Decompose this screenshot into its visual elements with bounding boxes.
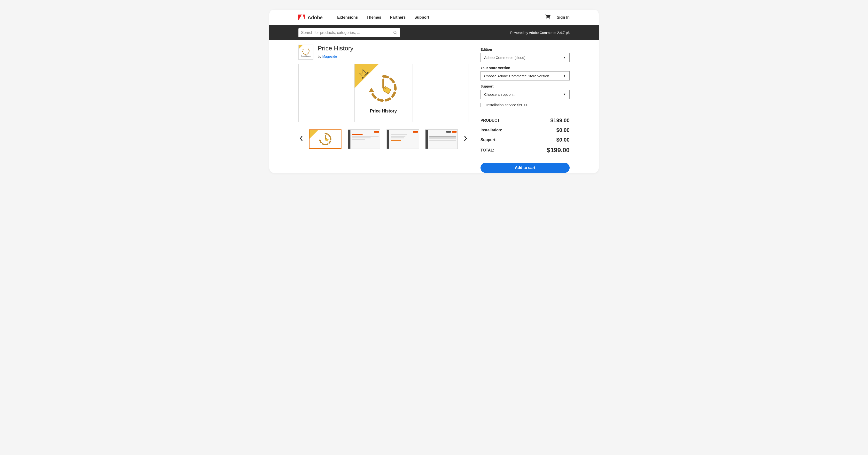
support-select[interactable]: Choose an option... ▼: [480, 90, 569, 99]
thumbnail-3[interactable]: [386, 130, 419, 149]
vendor-link[interactable]: Mageside: [322, 55, 337, 58]
product-byline: by Mageside: [318, 55, 353, 58]
nav-links: Extensions Themes Partners Support: [337, 15, 429, 20]
search-box[interactable]: [299, 28, 400, 37]
product-mini-thumb: Price History: [299, 45, 313, 60]
installation-checkbox[interactable]: [480, 103, 485, 107]
support-label: Support: [480, 84, 569, 88]
chevron-down-icon: ▼: [563, 74, 566, 78]
secondary-bar: Powered by Adobe Commerce 2.4.7-p3: [269, 25, 599, 40]
nav-support[interactable]: Support: [414, 15, 429, 20]
price-history-large-icon: [368, 73, 399, 104]
svg-point-0: [394, 31, 396, 34]
prev-thumb-button[interactable]: [299, 135, 304, 143]
top-nav: Adobe Extensions Themes Partners Support…: [269, 10, 599, 25]
price-history-thumb-icon: [318, 132, 333, 146]
svg-line-1: [396, 33, 397, 34]
price-row-installation: Installation: $0.00: [480, 127, 569, 133]
price-row-product: PRODUCT $199.00: [480, 117, 569, 124]
price-row-support: Support: $0.00: [480, 137, 569, 143]
chevron-right-icon: [464, 136, 467, 141]
search-input[interactable]: [301, 31, 393, 35]
cart-icon[interactable]: [545, 14, 551, 21]
thumbnail-row: [299, 130, 468, 151]
next-thumb-button[interactable]: [463, 135, 468, 143]
chevron-down-icon: ▼: [563, 56, 566, 59]
product-left: Price History Price History by Mageside …: [299, 45, 468, 173]
content: Price History Price History by Mageside …: [269, 40, 599, 173]
chevron-left-icon: [299, 136, 303, 141]
product-title: Price History: [318, 45, 353, 52]
brand-name: Adobe: [308, 15, 322, 20]
thumbnail-2[interactable]: [348, 130, 380, 149]
gallery-label: Price History: [370, 109, 397, 114]
product-thumb-label: Price History: [301, 55, 311, 57]
price-row-total: TOTAL: $199.00: [480, 146, 569, 154]
sign-in-link[interactable]: Sign In: [557, 15, 569, 20]
nav-right: Sign In: [545, 14, 569, 21]
page-card: Adobe Extensions Themes Partners Support…: [269, 10, 599, 173]
nav-partners[interactable]: Partners: [390, 15, 406, 20]
powered-by-text: Powered by Adobe Commerce 2.4.7-p3: [510, 31, 569, 35]
thumbnail-4[interactable]: [425, 130, 458, 149]
product-header: Price History Price History by Mageside: [299, 45, 468, 60]
nav-themes[interactable]: Themes: [367, 15, 381, 20]
chevron-down-icon: ▼: [563, 93, 566, 96]
gallery-main: MAGESIDE: [299, 64, 468, 122]
edition-label: Edition: [480, 48, 569, 51]
thumbnail-1[interactable]: [309, 130, 341, 149]
brand[interactable]: Adobe: [299, 15, 322, 20]
divider: [480, 112, 569, 112]
version-select[interactable]: Choose Adobe Commerce Store version ▼: [480, 71, 569, 81]
gallery-image[interactable]: MAGESIDE: [354, 64, 412, 122]
adobe-logo-icon: [299, 15, 305, 20]
installation-checkbox-row: Installation service $50.00: [480, 103, 569, 107]
nav-extensions[interactable]: Extensions: [337, 15, 358, 20]
version-label: Your store version: [480, 66, 569, 70]
edition-select[interactable]: Adobe Commerce (cloud) ▼: [480, 53, 569, 62]
price-history-icon: [302, 48, 310, 55]
thumbnails: [309, 130, 458, 149]
product-options: Edition Adobe Commerce (cloud) ▼ Your st…: [480, 45, 569, 173]
add-to-cart-button[interactable]: Add to cart: [480, 163, 569, 173]
installation-checkbox-label: Installation service $50.00: [486, 103, 528, 107]
search-icon: [393, 31, 397, 35]
